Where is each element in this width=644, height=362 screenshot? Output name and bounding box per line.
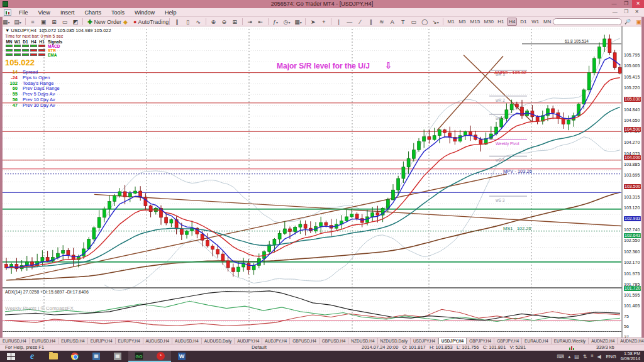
touch-keyboard-icon[interactable]: ⌨	[557, 354, 565, 359]
power-icon[interactable]: ⇅	[583, 354, 587, 359]
tile-windows-icon[interactable]: ⊞	[230, 18, 240, 26]
chart-tab-eurusd-h4[interactable]: EURUSD,H4	[30, 338, 59, 344]
indicators-icon[interactable]: ƒ▾	[271, 18, 280, 26]
app-grid-icon[interactable]: ▦	[107, 351, 128, 362]
menu-file[interactable]: File	[14, 9, 33, 16]
new-order-button[interactable]: ✚ New Order	[86, 18, 119, 26]
show-hidden-icons[interactable]: ▴	[568, 354, 570, 359]
menu-view[interactable]: View	[33, 9, 55, 16]
network-icon[interactable]: ᴵᴵᴵ	[591, 354, 593, 359]
price-tick: 103.315	[624, 195, 640, 200]
search-icon[interactable]: 🔎	[623, 18, 633, 26]
volume-icon[interactable]: ◀	[597, 354, 601, 359]
language-indicator[interactable]: ENG	[606, 354, 616, 359]
status-profile[interactable]: Default	[252, 344, 267, 351]
chart-tab-gbpjpy-h4[interactable]: GBPJPY,H4	[467, 338, 494, 344]
timeframe-h4[interactable]: H4	[507, 18, 517, 26]
rectangle-icon[interactable]: ▭	[409, 18, 418, 26]
chart-tab-eurusd-h4[interactable]: EURUSD,H4	[0, 338, 30, 344]
channel-icon[interactable]: ∥	[366, 18, 375, 26]
word-icon[interactable]: W	[171, 351, 192, 362]
trendline-icon[interactable]: ∕	[355, 18, 365, 26]
text-icon[interactable]: A	[387, 18, 397, 26]
chart-tab-euraud-h4[interactable]: EURAUD,H4	[522, 338, 552, 344]
menu-tools[interactable]: Tools	[106, 9, 130, 16]
menu-insert[interactable]: Insert	[55, 9, 80, 16]
chart-tab-usdjpy-h4[interactable]: USDJPY,H4	[438, 338, 467, 344]
chart-tab-eurjpy-h4[interactable]: EURJPY,H4	[116, 338, 143, 344]
chart-tab-audjpy-h4[interactable]: AUDJPY,H4	[262, 338, 290, 344]
start-button[interactable]	[0, 351, 21, 362]
timeframe-d1[interactable]: D1	[518, 18, 528, 26]
minimize-button[interactable]: —	[608, 0, 620, 8]
timeframe-h1[interactable]: H1	[496, 18, 506, 26]
timeframe-mn[interactable]: MN	[541, 18, 552, 26]
chart-tab-usdjpy-h4[interactable]: USDJPY,H4	[411, 338, 438, 344]
autotrading-button[interactable]: ● AutoTrading	[131, 18, 167, 26]
action-center-icon[interactable]: ▤	[574, 354, 579, 359]
chart-tab-audusd-daily[interactable]: AUDUSD,Daily	[202, 338, 235, 344]
metaeditor-button[interactable]: ◆	[121, 18, 130, 26]
file-explorer-icon[interactable]	[43, 351, 64, 362]
zoom-in-icon[interactable]: ⊕	[209, 18, 218, 26]
chart-tab-gbpusd-h4[interactable]: GBPUSD,H4	[319, 338, 349, 344]
menu-window[interactable]: Window	[130, 9, 160, 16]
menu-charts[interactable]: Charts	[79, 9, 106, 16]
autoscroll-icon[interactable]: ⇥	[245, 18, 255, 26]
ellipse-icon[interactable]: ◯	[419, 18, 429, 26]
timeframe-m1[interactable]: M1	[446, 18, 456, 26]
calculator-icon[interactable]: ▦	[86, 351, 107, 362]
child-window-controls[interactable]: — ❐ ✕	[613, 9, 641, 14]
zoom-out-icon[interactable]: ⊖	[219, 18, 229, 26]
navigator-icon[interactable]: ⊞	[49, 18, 58, 26]
timeframe-m15[interactable]: M15	[469, 18, 481, 26]
cursor-icon[interactable]: ➤	[308, 18, 318, 26]
terminal-icon[interactable]: ▭	[60, 18, 69, 26]
timeframe-m30[interactable]: M30	[482, 18, 494, 26]
chart-tab-eurusd-h4[interactable]: EURUSD,H4	[58, 338, 88, 344]
arrows-icon[interactable]: ↘▾	[430, 18, 440, 26]
menu-help[interactable]: Help	[160, 9, 182, 16]
crosshair-icon[interactable]: +	[319, 18, 328, 26]
chart-tab-nzdusd-daily[interactable]: NZDUSD,Daily	[378, 338, 411, 344]
search-input[interactable]	[553, 18, 622, 25]
chrome-icon[interactable]	[64, 351, 86, 362]
close-button[interactable]: ✕	[632, 0, 644, 8]
chart-tab-eurjpy-h4[interactable]: EURJPY,H4	[88, 338, 116, 344]
chart-tab-gbpjpy-h4[interactable]: GBPJPY,H4	[494, 338, 522, 344]
internet-explorer-icon[interactable]: e	[21, 351, 43, 362]
mt4-icon[interactable]: ◔	[150, 351, 171, 362]
bar-chart-icon[interactable]: ∥	[172, 18, 182, 26]
candlestick-icon[interactable]: ▯	[183, 18, 192, 26]
chart-tab-audnzd-h4[interactable]: AUDNZD,H4	[589, 338, 618, 344]
maximize-button[interactable]: ❐	[620, 0, 632, 8]
chart-tab-audusd-h4[interactable]: AUDUSD,H4	[172, 338, 202, 344]
clock[interactable]: 1:58 PM 6/09/2014	[621, 351, 640, 361]
go-trader-icon[interactable]: GO	[128, 351, 150, 362]
chart-tab-euraud-weekly[interactable]: EURAUD,Weekly	[552, 338, 589, 344]
chart-tab-gbpusd-h4[interactable]: GBPUSD,H4	[290, 338, 319, 344]
vline-icon[interactable]: |	[334, 18, 343, 26]
templates-icon[interactable]: ▦▾	[292, 18, 303, 26]
strategy-tester-icon[interactable]: ◩	[70, 18, 80, 26]
timeframe-w1[interactable]: W1	[530, 18, 540, 26]
chart-shift-icon[interactable]: ⇤	[256, 18, 265, 26]
chart-area[interactable]: ▼ USDJPY,H4 105.072 105.085 104.989 105.…	[0, 26, 644, 337]
stat-label: Prev 5 Days Av	[23, 91, 55, 97]
price-axis[interactable]: 105.795105.605105.415105.220104.840104.6…	[623, 53, 641, 362]
chart-tab-audnzd-h4[interactable]: AUDNZD,H4	[618, 338, 644, 344]
info-panel: ▼ USDJPY,H4 105.072 105.085 104.989 105.…	[5, 28, 111, 108]
market-watch-icon[interactable]: ≡	[28, 18, 37, 26]
fibonacci-icon[interactable]: ≋	[377, 18, 386, 26]
chart-tab-audjpy-h4[interactable]: AUDJPY,H4	[235, 338, 262, 344]
profiles-icon[interactable]: ▤▾	[12, 18, 22, 26]
timeframe-m5[interactable]: M5	[457, 18, 467, 26]
periods-icon[interactable]: ◷▾	[282, 18, 292, 26]
chart-tab-audusd-h4[interactable]: AUDUSD,H4	[143, 338, 173, 344]
stat-spread: 14Spread	[5, 69, 111, 75]
data-window-icon[interactable]: ▣	[38, 18, 48, 26]
chart-tab-nzdusd-h4[interactable]: NZDUSD,H4	[348, 338, 377, 344]
hline-icon[interactable]: —	[345, 18, 354, 26]
label-icon[interactable]: T	[398, 18, 408, 26]
line-chart-icon[interactable]: ∿	[194, 18, 203, 26]
